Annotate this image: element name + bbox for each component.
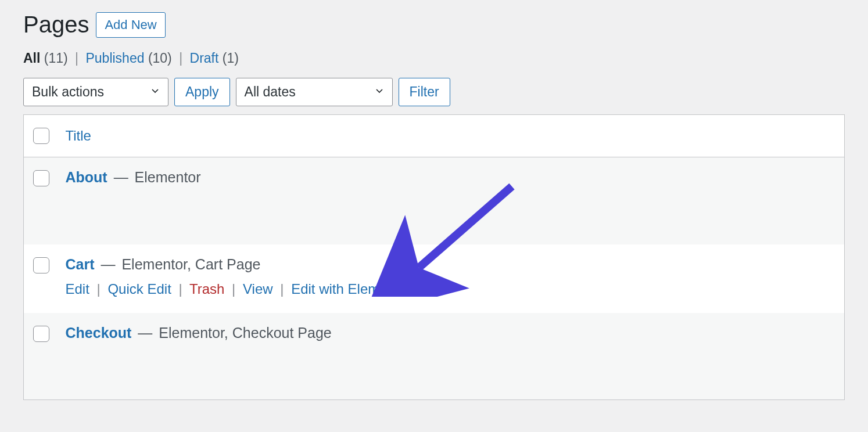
title-separator: — <box>114 169 128 185</box>
row-checkbox[interactable] <box>33 326 49 342</box>
filter-draft-count: (1) <box>223 51 239 66</box>
title-separator: — <box>138 325 152 341</box>
filter-published-count: (10) <box>148 51 172 66</box>
filter-all-label: All <box>23 51 40 66</box>
edit-with-elementor-link[interactable]: Edit with Elementor <box>291 281 411 297</box>
filter-draft-label: Draft <box>190 51 219 66</box>
add-new-button[interactable]: Add New <box>96 12 165 38</box>
page-suffix: Elementor, Cart Page <box>121 256 260 272</box>
pages-table: Title About — Elementor Cart <box>23 114 845 400</box>
edit-link[interactable]: Edit <box>66 281 89 297</box>
dates-label: All dates <box>245 84 296 100</box>
chevron-down-icon <box>374 84 385 100</box>
chevron-down-icon <box>149 84 161 100</box>
trash-link[interactable]: Trash <box>189 281 224 297</box>
filter-published-label: Published <box>85 51 144 66</box>
row-checkbox[interactable] <box>33 170 49 186</box>
select-all-checkbox[interactable] <box>33 128 49 144</box>
filter-published[interactable]: Published (10) <box>85 51 175 66</box>
title-separator: — <box>101 256 115 272</box>
table-row: About — Elementor <box>24 157 845 244</box>
dates-select[interactable]: All dates <box>236 78 393 106</box>
filter-toolbar: Bulk actions Apply All dates Filter <box>23 78 845 106</box>
page-title-link[interactable]: Checkout <box>66 325 132 341</box>
page-suffix: Elementor <box>135 169 201 185</box>
table-row: Checkout — Elementor, Checkout Page <box>24 313 845 400</box>
bulk-actions-select[interactable]: Bulk actions <box>23 78 168 106</box>
row-actions: Edit | Quick Edit | Trash | View | Edit … <box>66 281 838 297</box>
view-link[interactable]: View <box>243 281 273 297</box>
status-filter-links: All (11) | Published (10) | Draft (1) <box>23 51 845 66</box>
apply-button[interactable]: Apply <box>174 78 230 106</box>
page-suffix: Elementor, Checkout Page <box>159 325 331 341</box>
table-row: Cart — Elementor, Cart Page Edit | Quick… <box>24 244 845 313</box>
page-title-link[interactable]: Cart <box>66 256 95 272</box>
filter-button[interactable]: Filter <box>399 78 450 106</box>
row-checkbox[interactable] <box>33 257 49 273</box>
page-title-link[interactable]: About <box>66 169 107 185</box>
quick-edit-link[interactable]: Quick Edit <box>107 281 171 297</box>
filter-all-count: (11) <box>44 51 68 66</box>
filter-draft[interactable]: Draft (1) <box>190 51 239 66</box>
page-title: Pages <box>23 12 89 38</box>
bulk-actions-label: Bulk actions <box>32 84 104 100</box>
column-title-sort[interactable]: Title <box>66 128 91 143</box>
filter-all[interactable]: All (11) <box>23 51 71 66</box>
table-header-row: Title <box>24 115 845 157</box>
